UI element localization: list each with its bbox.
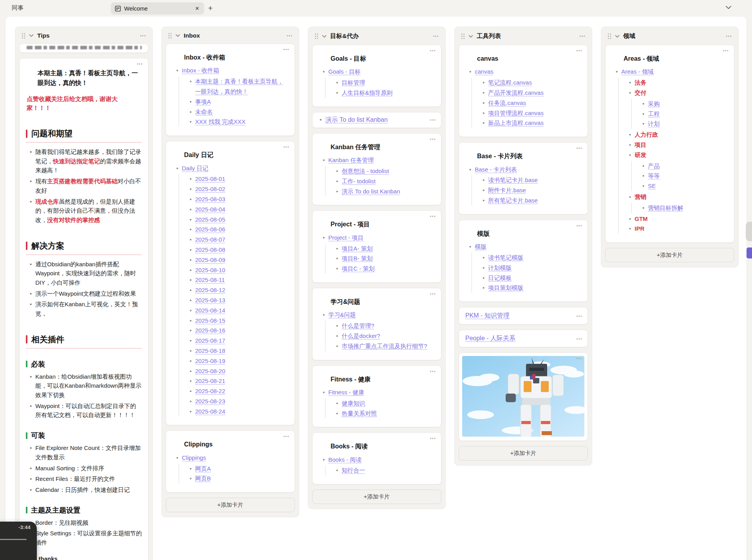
note-link[interactable]: 2025-08-10 (195, 265, 225, 275)
note-link[interactable]: 事项A (195, 97, 211, 107)
video-overlay[interactable]: -3:44 (0, 522, 37, 560)
link-card[interactable]: •演示 To do list Kanban••• (312, 112, 441, 128)
more-icon[interactable]: ••• (723, 49, 729, 53)
new-tab-button[interactable]: + (208, 3, 213, 14)
note-link[interactable]: 本期主题：真香！看板主页导航，一眼到达，真的快！ (195, 76, 288, 97)
note-link[interactable]: 产品开发流程.canvas (488, 88, 544, 98)
note-link[interactable]: 2025-08-13 (195, 295, 225, 305)
more-icon[interactable]: ••• (284, 145, 289, 149)
note-link[interactable]: Clippings (182, 453, 206, 463)
note-link[interactable]: 项目管理流程.canvas (488, 108, 544, 118)
note-link[interactable]: 项目策划模版 (488, 283, 523, 293)
tab-welcome[interactable]: Welcome ✕ (111, 2, 204, 14)
more-icon[interactable]: ••• (140, 34, 146, 38)
add-card-button[interactable]: +添加卡片 (459, 446, 588, 461)
drag-handle-icon[interactable] (315, 33, 318, 39)
note-link[interactable]: 人生目标&指导原则 (342, 88, 392, 98)
note-link[interactable]: 工程 (648, 109, 660, 119)
more-icon[interactable]: ••• (287, 34, 293, 38)
collapse-chevron-icon[interactable] (322, 35, 327, 38)
note-link[interactable]: 2025-08-07 (195, 235, 225, 245)
note-link[interactable]: 模版 (475, 242, 486, 252)
drag-handle-icon[interactable] (22, 33, 25, 39)
note-link[interactable]: 2025-08-21 (195, 376, 225, 386)
more-icon[interactable]: ••• (430, 137, 436, 141)
note-card[interactable]: •••本期主题：真香！看板主页导航，一眼到达，真的快！点赞收藏关注后给文档哦，谢… (19, 58, 148, 560)
note-link[interactable]: 2025-08-22 (195, 386, 225, 396)
note-link[interactable]: Project - 项目 (328, 233, 363, 243)
add-card-button[interactable]: +添加卡片 (312, 490, 441, 504)
note-link[interactable]: 计划模版 (488, 263, 512, 273)
note-link[interactable]: 2025-08-06 (195, 224, 225, 235)
more-icon[interactable]: ••• (430, 118, 436, 122)
more-icon[interactable]: ••• (726, 34, 732, 38)
note-link[interactable]: 健康知识 (342, 398, 365, 408)
more-icon[interactable]: ••• (137, 62, 143, 66)
note-link[interactable]: 热量关系对照 (342, 408, 377, 419)
note-card[interactable]: •••Base - 卡片列表•Base - 卡片列表•读书笔记卡片.base•附… (459, 142, 588, 215)
note-link[interactable]: People - 人际关系 (465, 334, 515, 343)
note-link[interactable]: 2025-08-19 (195, 356, 225, 366)
note-link[interactable]: 计划 (648, 119, 660, 129)
more-icon[interactable]: ••• (430, 369, 436, 374)
note-link[interactable]: 2025-08-20 (195, 366, 225, 376)
note-link[interactable]: 2025-08-03 (195, 194, 225, 204)
note-link[interactable]: Areas - 领域 (621, 67, 654, 77)
collapse-chevron-icon[interactable] (468, 35, 473, 38)
note-link[interactable]: 什么是管理? (342, 321, 374, 331)
note-link[interactable]: Inbox - 收件箱 (182, 65, 219, 76)
note-link[interactable]: 创意想法 - todolist (342, 166, 389, 176)
note-link[interactable]: 读书笔记卡片.base (488, 175, 538, 185)
note-link[interactable]: 2025-08-08 (195, 245, 225, 255)
note-link[interactable]: 新品上市流程.canvas (488, 118, 544, 128)
note-link[interactable]: 2025-08-05 (195, 215, 225, 225)
more-icon[interactable]: ••• (577, 224, 582, 228)
note-link[interactable]: Goals - 目标 (328, 67, 361, 77)
note-card[interactable]: •••Fitness - 健康•Fitness - 健康•健康知识•热量关系对照 (312, 365, 441, 428)
note-link[interactable]: 2025-08-04 (195, 204, 225, 215)
note-link[interactable]: 2025-08-24 (195, 406, 225, 417)
more-icon[interactable]: ••• (577, 336, 582, 341)
note-link[interactable]: 2025-08-15 (195, 316, 225, 326)
note-link[interactable]: 学习&问题 (328, 310, 356, 320)
more-icon[interactable]: ••• (577, 356, 582, 361)
scroll-accent[interactable] (747, 247, 752, 258)
note-link[interactable]: 2025-08-01 (195, 174, 225, 184)
note-link[interactable]: 网页B (195, 473, 211, 484)
note-link[interactable]: 营销目标拆解 (648, 203, 683, 213)
note-card[interactable]: •••Inbox - 收件箱•Inbox - 收件箱•本期主题：真香！看板主页导… (166, 43, 295, 136)
note-link[interactable]: 附件卡片.base (488, 185, 526, 195)
note-link[interactable]: 2025-08-02 (195, 184, 225, 194)
more-icon[interactable]: ••• (577, 314, 582, 318)
collapse-chevron-icon[interactable] (615, 35, 620, 38)
add-card-button[interactable]: +添加卡片 (605, 248, 734, 262)
note-card[interactable]: •••Clippings•Clippings•网页A•网页B (166, 430, 295, 493)
chevron-down-icon[interactable] (725, 5, 732, 9)
note-link[interactable]: 项目A- 策划 (342, 244, 372, 254)
note-card[interactable]: •••Kanban 任务管理•Kanban 任务管理•创意想法 - todoli… (312, 133, 441, 206)
more-icon[interactable]: ••• (284, 47, 289, 52)
more-icon[interactable]: ••• (580, 34, 586, 38)
note-link[interactable]: Books - 阅读 (328, 455, 362, 465)
note-link[interactable]: 市场推广重点工作流及执行细节? (342, 341, 427, 351)
scrollbar-thumb[interactable] (746, 222, 752, 241)
note-link[interactable]: 2025-08-23 (195, 396, 225, 406)
note-link[interactable]: 采购 (648, 99, 660, 109)
note-link[interactable]: 项目B- 策划 (342, 253, 372, 264)
more-icon[interactable]: ••• (577, 146, 582, 150)
note-link[interactable]: 什么是docker? (342, 331, 380, 341)
more-icon[interactable]: ••• (430, 49, 436, 53)
note-link[interactable]: 2025-08-09 (195, 255, 225, 265)
note-link[interactable]: 知行合一 (342, 465, 365, 475)
note-link[interactable]: 所有笔记卡片.base (488, 195, 538, 206)
note-link[interactable]: 读书笔记模版 (488, 253, 523, 263)
more-icon[interactable]: ••• (430, 292, 436, 296)
drag-handle-icon[interactable] (607, 33, 611, 39)
note-link[interactable]: 日记模板 (488, 273, 512, 283)
note-link[interactable]: 演示 To do list Kanban (342, 186, 400, 197)
drag-handle-icon[interactable] (461, 33, 465, 39)
more-icon[interactable]: ••• (433, 34, 439, 38)
note-link[interactable]: 任务流.canvas (488, 98, 526, 108)
link-card[interactable]: PKM - 知识管理••• (459, 307, 588, 325)
close-icon[interactable]: ✕ (194, 5, 200, 11)
